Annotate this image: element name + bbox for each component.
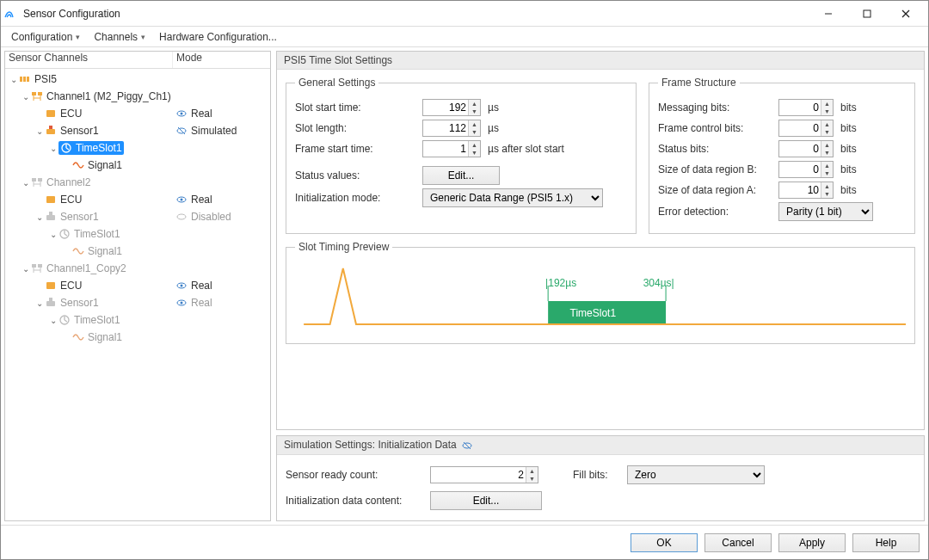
- status-bits-input[interactable]: ▲▼: [778, 140, 834, 157]
- ok-button[interactable]: OK: [631, 533, 698, 552]
- minimize-button[interactable]: [809, 2, 847, 26]
- tree-label: PSI5: [34, 73, 57, 85]
- msg-bits-label: Messaging bits:: [658, 102, 772, 114]
- unit-label: bits: [840, 122, 857, 134]
- spin-up-icon[interactable]: ▲: [469, 120, 480, 128]
- init-mode-select[interactable]: Generic Data Range (PSI5 1.x): [422, 188, 603, 207]
- tree-node-ch3-timeslot[interactable]: ⌄ TimeSlot1: [5, 311, 270, 329]
- region-b-input[interactable]: ▲▼: [778, 161, 834, 178]
- tree-node-ch2-sensor[interactable]: ⌄ Sensor1 Disabled: [5, 208, 270, 225]
- tree-node-ch2-timeslot[interactable]: ⌄ TimeSlot1: [5, 225, 270, 243]
- spin-down-icon[interactable]: ▼: [526, 475, 538, 483]
- tree-header-channels: Sensor Channels: [9, 52, 172, 68]
- tree-node-ch2-ecu[interactable]: ECU Real: [5, 191, 270, 208]
- group-legend: Slot Timing Preview: [295, 241, 392, 253]
- spin-down-icon[interactable]: ▼: [469, 108, 480, 115]
- timeslot-heading: PSI5 Time Slot Settings: [277, 52, 924, 70]
- tree-node-ch3-sensor[interactable]: ⌄ Sensor1 Real: [5, 294, 270, 311]
- svg-point-27: [181, 199, 183, 201]
- maximize-button[interactable]: [847, 2, 886, 26]
- err-det-select[interactable]: Parity (1 bit): [778, 202, 873, 221]
- chevron-down-icon[interactable]: ⌄: [34, 126, 45, 136]
- spin-down-icon[interactable]: ▼: [821, 128, 833, 136]
- sensor-ready-input[interactable]: ▲▼: [430, 466, 538, 483]
- spin-down-icon[interactable]: ▼: [821, 169, 833, 177]
- spin-up-icon[interactable]: ▲: [821, 120, 833, 128]
- chevron-down-icon[interactable]: ⌄: [48, 144, 58, 153]
- signal-icon: [72, 159, 84, 171]
- spin-up-icon[interactable]: ▲: [821, 100, 833, 108]
- tree-node-ch3-signal[interactable]: Signal1: [5, 329, 270, 346]
- spin-up-icon[interactable]: ▲: [526, 467, 538, 475]
- real-icon: [175, 280, 188, 292]
- tree-label: Sensor1: [60, 211, 99, 223]
- channel-icon: [31, 262, 43, 274]
- tree-node-channel1copy2[interactable]: ⌄ Channel1_Copy2: [5, 260, 270, 277]
- slot-length-input[interactable]: ▲▼: [422, 120, 481, 137]
- region-a-input[interactable]: ▲▼: [778, 182, 834, 199]
- chevron-down-icon[interactable]: ⌄: [9, 75, 19, 84]
- chevron-down-icon[interactable]: ⌄: [48, 230, 58, 239]
- tree-mode-label: Real: [191, 297, 212, 309]
- spin-down-icon[interactable]: ▼: [821, 149, 833, 157]
- svg-rect-8: [38, 92, 42, 95]
- svg-rect-16: [49, 126, 52, 129]
- slot-start-input[interactable]: ▲▼: [422, 99, 481, 116]
- tree[interactable]: ⌄ PSI5 ⌄ Channel1 (M2_Piggy_Ch1) ECU: [5, 69, 270, 520]
- spin-down-icon[interactable]: ▼: [821, 108, 833, 115]
- unit-label: bits: [840, 184, 857, 196]
- fill-bits-label: Fill bits:: [573, 469, 620, 481]
- tree-node-ch1-ecu[interactable]: ECU Real: [5, 105, 270, 122]
- fill-bits-select[interactable]: Zero: [627, 465, 765, 484]
- tree-mode-label: Real: [191, 108, 212, 120]
- svg-rect-6: [27, 77, 29, 82]
- chevron-down-icon[interactable]: ⌄: [34, 298, 45, 308]
- spin-up-icon[interactable]: ▲: [821, 162, 833, 169]
- chevron-down-icon[interactable]: ⌄: [21, 92, 31, 102]
- tree-header: Sensor Channels Mode: [5, 52, 270, 69]
- tree-node-channel1[interactable]: ⌄ Channel1 (M2_Piggy_Ch1): [5, 88, 270, 105]
- tree-node-ch1-timeslot[interactable]: ⌄ TimeSlot1: [5, 139, 270, 157]
- tree-node-ch1-sensor[interactable]: ⌄ Sensor1 Simulated: [5, 122, 270, 139]
- menu-configuration[interactable]: Configuration▾: [6, 29, 85, 45]
- tree-node-ch1-signal[interactable]: Signal1: [5, 157, 270, 174]
- tree-node-channel2[interactable]: ⌄ Channel2: [5, 174, 270, 191]
- preview-start-marker: |192µs: [545, 277, 576, 289]
- chevron-down-icon[interactable]: ⌄: [34, 212, 45, 222]
- frame-start-input[interactable]: ▲▼: [422, 140, 481, 157]
- svg-point-39: [181, 285, 183, 287]
- fc-bits-input[interactable]: ▲▼: [778, 120, 834, 137]
- chevron-down-icon[interactable]: ⌄: [21, 264, 31, 274]
- close-button[interactable]: [886, 2, 925, 26]
- tree-header-mode: Mode: [172, 52, 270, 68]
- tree-node-psi5[interactable]: ⌄ PSI5: [5, 71, 270, 88]
- spin-down-icon[interactable]: ▼: [469, 128, 480, 136]
- menu-channels[interactable]: Channels▾: [89, 29, 151, 45]
- spin-up-icon[interactable]: ▲: [821, 182, 833, 190]
- tree-panel: Sensor Channels Mode ⌄ PSI5 ⌄ Channel1 (…: [4, 51, 271, 521]
- help-button[interactable]: Help: [852, 533, 920, 552]
- spin-up-icon[interactable]: ▲: [469, 141, 480, 149]
- spin-down-icon[interactable]: ▼: [469, 149, 480, 157]
- unit-label: µs after slot start: [488, 143, 564, 155]
- spin-up-icon[interactable]: ▲: [821, 141, 833, 149]
- apply-button[interactable]: Apply: [778, 533, 846, 552]
- app-icon: [4, 7, 18, 21]
- psi5-icon: [19, 73, 31, 85]
- region-a-label: Size of data region A:: [658, 184, 772, 196]
- spin-up-icon[interactable]: ▲: [469, 100, 480, 108]
- chevron-down-icon[interactable]: ⌄: [21, 178, 31, 188]
- disabled-icon: [175, 211, 188, 223]
- cancel-button[interactable]: Cancel: [704, 533, 772, 552]
- svg-rect-12: [46, 110, 55, 117]
- tree-node-ch3-ecu[interactable]: ECU Real: [5, 277, 270, 294]
- group-legend: General Settings: [295, 77, 378, 89]
- spin-down-icon[interactable]: ▼: [821, 190, 833, 198]
- init-content-edit-button[interactable]: Edit...: [430, 491, 542, 510]
- msg-bits-input[interactable]: ▲▼: [778, 99, 834, 116]
- menu-hardware-configuration[interactable]: Hardware Configuration...: [154, 29, 282, 45]
- tree-node-ch2-signal[interactable]: Signal1: [5, 243, 270, 260]
- region-b-label: Size of data region B:: [658, 163, 772, 175]
- status-values-edit-button[interactable]: Edit...: [422, 166, 500, 185]
- chevron-down-icon[interactable]: ⌄: [48, 316, 58, 325]
